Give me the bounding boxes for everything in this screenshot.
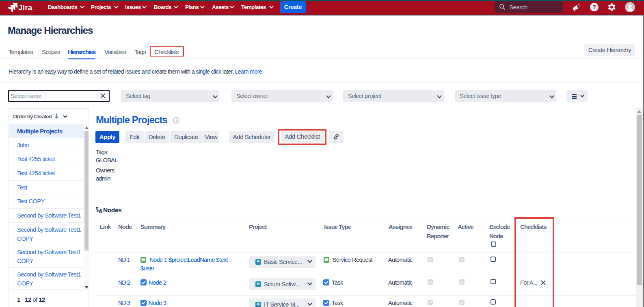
svg-text:?: ? — [592, 4, 596, 10]
